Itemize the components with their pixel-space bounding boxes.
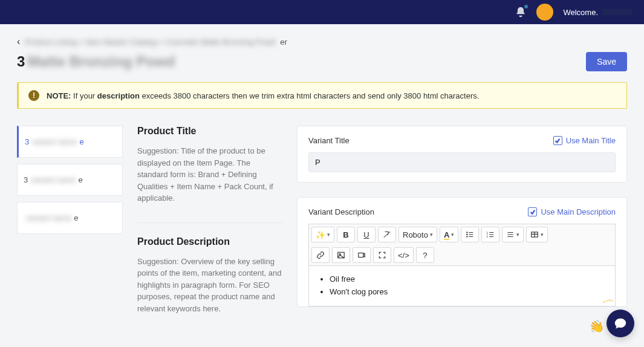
rte-image-button[interactable] <box>332 247 350 263</box>
sidebar-item-variant-2[interactable]: variant namee <box>17 202 123 234</box>
breadcrumb: ‹ Product Listing > Item Master Catalog … <box>17 36 627 47</box>
rte-help-button[interactable]: ? <box>416 247 434 263</box>
save-button[interactable]: Save <box>586 52 627 71</box>
variant-description-card: Variant Description Use Main Description… <box>297 197 627 307</box>
welcome-label: Welcome. <box>563 8 632 17</box>
svg-text:3: 3 <box>487 235 489 238</box>
notifications-icon[interactable] <box>515 6 527 18</box>
breadcrumb-path[interactable]: Product Listing > Item Master Catalog > … <box>25 37 275 47</box>
rte-fullscreen-button[interactable] <box>373 247 391 263</box>
rte-font-color-button[interactable]: A▾ <box>440 227 458 242</box>
rte-link-button[interactable] <box>311 247 330 263</box>
desc-bullet-0: Oil free <box>330 273 605 286</box>
rte-ordered-list-button[interactable]: 123 <box>481 227 499 242</box>
note-banner: ! NOTE: If your description exceeds 3800… <box>17 82 627 109</box>
chat-launcher-button[interactable]: We Are Here! <box>607 310 634 337</box>
svg-rect-9 <box>359 253 363 258</box>
product-title-hint: Suggestion: Title of the product to be d… <box>137 145 282 204</box>
sidebar-item-variant-1[interactable]: 3variant namee <box>17 164 123 196</box>
variant-title-card: Variant Title Use Main Title <box>297 126 627 183</box>
product-title-heading: Product Title <box>137 126 282 137</box>
rte-clear-format-button[interactable] <box>378 227 396 242</box>
page-title: 3 Matte Bronzing Powd <box>17 53 175 70</box>
use-main-title-checkbox[interactable]: Use Main Title <box>553 136 616 145</box>
use-main-description-checkbox[interactable]: Use Main Description <box>528 207 616 216</box>
rte-font-family-select[interactable]: Roboto ▾ <box>398 227 437 242</box>
section-divider <box>137 222 282 223</box>
warning-icon: ! <box>28 90 39 101</box>
rte-underline-button[interactable]: U <box>357 227 376 242</box>
rte-content[interactable]: Oil free Won't clog pores <box>308 265 616 306</box>
chat-widget[interactable]: 👋 We Are Here! <box>607 310 634 337</box>
rte-toolbar: ✨▾ B U Roboto ▾ A▾ <box>308 224 616 265</box>
product-description-heading: Product Description <box>137 236 282 247</box>
svg-point-2 <box>467 236 467 237</box>
rte-video-button[interactable] <box>353 247 371 263</box>
svg-point-1 <box>467 234 467 235</box>
variant-title-input[interactable] <box>308 152 616 172</box>
variant-sidebar: 3variant namee 3variant namee variant na… <box>17 126 123 234</box>
we-are-here-label: We Are Here! <box>582 295 637 310</box>
product-description-hint: Suggestion: Overview of the key selling … <box>137 256 282 315</box>
rte-unordered-list-button[interactable] <box>461 227 479 242</box>
svg-point-0 <box>467 232 467 233</box>
desc-bullet-1: Won't clog pores <box>330 286 605 299</box>
notification-dot-icon <box>524 5 528 8</box>
rte-magic-button[interactable]: ✨▾ <box>311 227 334 242</box>
rte-align-button[interactable]: ▾ <box>502 227 524 242</box>
svg-text:We Are Here!: We Are Here! <box>603 299 614 303</box>
rte-table-button[interactable]: ▾ <box>526 227 548 242</box>
variant-title-label: Variant Title <box>308 136 350 145</box>
sidebar-item-variant-0[interactable]: 3variant namee <box>17 126 123 158</box>
avatar[interactable] <box>536 4 553 21</box>
back-icon[interactable]: ‹ <box>17 36 20 47</box>
app-header: Welcome. <box>0 0 644 24</box>
rte-bold-button[interactable]: B <box>337 227 355 242</box>
rte-code-view-button[interactable]: </> <box>394 247 414 263</box>
breadcrumb-tail: er <box>280 37 287 47</box>
variant-description-label: Variant Description <box>308 207 374 216</box>
note-text: NOTE: If your description exceeds 3800 c… <box>47 91 479 100</box>
